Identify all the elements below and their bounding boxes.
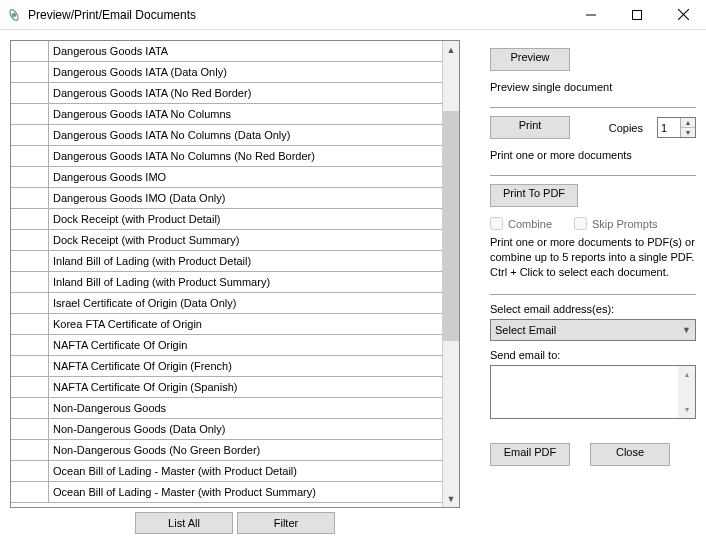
print-desc: Print one or more documents — [490, 149, 696, 161]
print-button[interactable]: Print — [490, 116, 570, 139]
list-item[interactable]: Dangerous Goods IMO (Data Only) — [11, 188, 442, 209]
svg-rect-3 — [633, 10, 642, 19]
titlebar: Preview/Print/Email Documents — [0, 0, 706, 30]
close-dialog-button[interactable]: Close — [590, 443, 670, 466]
preview-desc: Preview single document — [490, 81, 696, 93]
document-list[interactable]: Dangerous Goods IATADangerous Goods IATA… — [10, 40, 460, 508]
list-item[interactable]: Korea FTA Certificate of Origin — [11, 314, 442, 335]
list-item-label: Inland Bill of Lading (with Product Summ… — [49, 276, 442, 288]
list-item[interactable]: Dock Receipt (with Product Detail) — [11, 209, 442, 230]
list-item-label: NAFTA Certificate Of Origin — [49, 339, 442, 351]
svg-point-1 — [12, 12, 16, 16]
list-item[interactable]: NAFTA Certificate Of Origin (French) — [11, 356, 442, 377]
copies-up-icon[interactable]: ▲ — [681, 118, 695, 128]
list-item-label: Ocean Bill of Lading - Master (with Prod… — [49, 486, 442, 498]
scroll-down-icon[interactable]: ▾ — [678, 401, 695, 418]
window-title: Preview/Print/Email Documents — [28, 8, 196, 22]
list-item-label: Dangerous Goods IMO — [49, 171, 442, 183]
list-all-button[interactable]: List All — [135, 512, 233, 534]
select-email-value: Select Email — [495, 324, 556, 336]
textarea-scrollbar[interactable]: ▴ ▾ — [678, 366, 695, 418]
list-item[interactable]: Dock Receipt (with Product Summary) — [11, 230, 442, 251]
list-scrollbar[interactable]: ▲ ▼ — [442, 41, 459, 507]
list-item-label: Ocean Bill of Lading - Master (with Prod… — [49, 465, 442, 477]
copies-stepper[interactable]: ▲ ▼ — [657, 117, 696, 138]
scroll-down-icon[interactable]: ▼ — [443, 490, 459, 507]
list-item-label: Dangerous Goods IATA (Data Only) — [49, 66, 442, 78]
list-item[interactable]: Dangerous Goods IATA No Columns (Data On… — [11, 125, 442, 146]
combine-checkbox[interactable]: Combine — [490, 217, 552, 230]
send-email-textarea[interactable]: ▴ ▾ — [490, 365, 696, 419]
divider — [490, 294, 696, 295]
list-item[interactable]: Dangerous Goods IATA (Data Only) — [11, 62, 442, 83]
list-item-label: NAFTA Certificate Of Origin (Spanish) — [49, 381, 442, 393]
send-email-label: Send email to: — [490, 349, 696, 361]
close-button[interactable] — [660, 0, 706, 30]
print-to-pdf-button[interactable]: Print To PDF — [490, 184, 578, 207]
list-item-label: Non-Dangerous Goods — [49, 402, 442, 414]
list-item-label: Dock Receipt (with Product Detail) — [49, 213, 442, 225]
divider — [490, 175, 696, 176]
list-item[interactable]: Ocean Bill of Lading - Master (with Prod… — [11, 482, 442, 503]
list-item[interactable]: Dangerous Goods IATA — [11, 41, 442, 62]
app-icon — [6, 7, 22, 23]
list-item[interactable]: Non-Dangerous Goods (Data Only) — [11, 419, 442, 440]
skip-prompts-checkbox[interactable]: Skip Prompts — [574, 217, 657, 230]
chevron-down-icon: ▼ — [682, 325, 691, 335]
scroll-up-icon[interactable]: ▲ — [443, 41, 459, 58]
list-item[interactable]: Dangerous Goods IATA No Columns — [11, 104, 442, 125]
list-item-label: Israel Certificate of Origin (Data Only) — [49, 297, 442, 309]
list-item-label: NAFTA Certificate Of Origin (French) — [49, 360, 442, 372]
minimize-button[interactable] — [568, 0, 614, 30]
preview-button[interactable]: Preview — [490, 48, 570, 71]
list-item[interactable]: Inland Bill of Lading (with Product Summ… — [11, 272, 442, 293]
filter-button[interactable]: Filter — [237, 512, 335, 534]
list-item[interactable]: NAFTA Certificate Of Origin — [11, 335, 442, 356]
copies-down-icon[interactable]: ▼ — [681, 128, 695, 137]
list-item-label: Dangerous Goods IATA No Columns (Data On… — [49, 129, 442, 141]
copies-label: Copies — [609, 122, 643, 134]
scroll-up-icon[interactable]: ▴ — [678, 366, 695, 383]
list-item-label: Non-Dangerous Goods (No Green Border) — [49, 444, 442, 456]
list-item-label: Dangerous Goods IMO (Data Only) — [49, 192, 442, 204]
select-email-dropdown[interactable]: Select Email ▼ — [490, 319, 696, 341]
list-item[interactable]: Ocean Bill of Lading - Master (with Prod… — [11, 461, 442, 482]
list-item-label: Korea FTA Certificate of Origin — [49, 318, 442, 330]
list-item[interactable]: Israel Certificate of Origin (Data Only) — [11, 293, 442, 314]
list-item[interactable]: Dangerous Goods IATA No Columns (No Red … — [11, 146, 442, 167]
maximize-button[interactable] — [614, 0, 660, 30]
copies-input[interactable] — [658, 118, 680, 137]
divider — [490, 107, 696, 108]
list-item-label: Non-Dangerous Goods (Data Only) — [49, 423, 442, 435]
select-email-label: Select email address(es): — [490, 303, 696, 315]
pdf-help-text: Print one or more documents to PDF(s) or… — [490, 235, 696, 280]
list-item-label: Dangerous Goods IATA (No Red Border) — [49, 87, 442, 99]
list-item-label: Dangerous Goods IATA No Columns — [49, 108, 442, 120]
list-item[interactable]: Inland Bill of Lading (with Product Deta… — [11, 251, 442, 272]
list-item-label: Dock Receipt (with Product Summary) — [49, 234, 442, 246]
list-item[interactable]: Non-Dangerous Goods (No Green Border) — [11, 440, 442, 461]
list-item-label: Inland Bill of Lading (with Product Deta… — [49, 255, 442, 267]
list-item[interactable]: Non-Dangerous Goods — [11, 398, 442, 419]
list-item[interactable]: Dangerous Goods IATA (No Red Border) — [11, 83, 442, 104]
list-item[interactable]: Dangerous Goods IMO — [11, 167, 442, 188]
list-item-label: Dangerous Goods IATA — [49, 45, 442, 57]
list-item[interactable]: NAFTA Certificate Of Origin (Spanish) — [11, 377, 442, 398]
scroll-thumb[interactable] — [443, 111, 459, 341]
list-item-label: Dangerous Goods IATA No Columns (No Red … — [49, 150, 442, 162]
email-pdf-button[interactable]: Email PDF — [490, 443, 570, 466]
